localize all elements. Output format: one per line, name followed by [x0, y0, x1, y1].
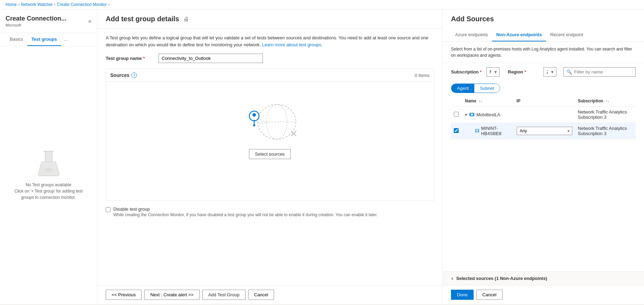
subscription-filter-row: Subscription * Network Traffic Analytics…: [443, 63, 644, 81]
row1-checkbox-cell: [451, 107, 462, 123]
sidebar-empty-state: No Test groups available Click on '+ Tes…: [0, 46, 97, 304]
endpoints-table-container: Name ↑↓ IP Subscription ↑↓: [443, 96, 644, 271]
selected-sources-label: Selected sources (1 Non-Azure endpoints): [456, 276, 547, 281]
row1-checkbox[interactable]: [454, 112, 459, 117]
sources-info-icon[interactable]: i: [131, 72, 137, 78]
sidebar-empty-text: No Test groups available Click on '+ Tes…: [14, 182, 82, 201]
beaker-icon: [35, 150, 63, 178]
sources-count: 0 Items: [414, 73, 429, 78]
row1-expand-icon[interactable]: ▾: [465, 112, 467, 117]
endpoint-tabs: Azure endpoints Non-Azure endpoints Rece…: [443, 29, 644, 42]
test-group-name-input[interactable]: [159, 54, 263, 63]
main-body: A Test group lets you define a logical g…: [97, 29, 442, 285]
sidebar-subtitle: Microsoft: [6, 23, 66, 27]
tab-recent-endpoint[interactable]: Recent endpoint: [546, 29, 587, 41]
sidebar-header: Create Connection... Microsoft «: [0, 9, 97, 33]
th-subscription[interactable]: Subscription ↑↓: [575, 96, 636, 107]
add-sources-cancel-button[interactable]: Cancel: [476, 290, 502, 300]
breadcrumb-home[interactable]: Home: [6, 2, 17, 7]
select-sources-button[interactable]: Select sources: [249, 149, 290, 159]
row2-ip-cell: Any ▾: [514, 123, 575, 139]
add-sources-panel: Add Sources Azure endpoints Non-Azure en…: [442, 9, 644, 304]
row1-name: MohittestLA: [476, 112, 500, 117]
tab-basics[interactable]: Basics: [6, 33, 27, 46]
globe-illustration: [239, 103, 301, 141]
cancel-button[interactable]: Cancel: [248, 290, 274, 300]
tab-non-azure-endpoints[interactable]: Non-Azure endpoints: [492, 29, 546, 41]
subscription-sort-icon: ↑↓: [606, 99, 609, 103]
row2-checkbox-cell: [451, 123, 462, 139]
row2-subscription-cell: Network Traffic Analytics Subscription 3: [575, 123, 636, 139]
svg-rect-0: [45, 151, 52, 162]
th-ip: IP: [514, 96, 575, 107]
test-group-name-row: Test group name *: [106, 54, 434, 63]
main-header: Add test group details 🖨: [97, 9, 442, 29]
add-sources-footer: Done Cancel: [443, 285, 644, 304]
print-icon[interactable]: 🖨: [183, 16, 189, 22]
row1-name-cell: ▾ MohittestLA: [462, 107, 514, 123]
sidebar-collapse-button[interactable]: «: [88, 18, 91, 24]
subscription-label: Subscription *: [451, 69, 482, 75]
row2-ip-dropdown[interactable]: Any: [517, 127, 572, 135]
add-sources-description: Select from a list of on-premises hosts …: [443, 42, 644, 63]
row2-name-cell: MININT-HB4SBE8: [462, 123, 514, 139]
sidebar-nav-tabs: Basics Test groups ...: [0, 33, 97, 46]
table-row: MININT-HB4SBE8 Any ▾ Network Traffic: [451, 123, 636, 139]
tab-test-groups[interactable]: Test groups: [27, 33, 61, 46]
main-content: Add test group details 🖨 A Test group le…: [97, 9, 442, 304]
selected-sources-chevron: ∧: [451, 276, 453, 280]
breadcrumb-network-watcher[interactable]: Network Watcher: [21, 2, 53, 7]
region-dropdown-wrapper: 22 selected ▾: [544, 67, 557, 77]
nav-more-button[interactable]: ...: [61, 33, 71, 46]
disable-test-group-row: Disable test group While creating the Co…: [106, 206, 434, 217]
page-title: Add test group details: [106, 15, 179, 23]
network-illustration: [239, 103, 301, 142]
add-sources-header: Add Sources: [443, 9, 644, 29]
table-row: ▾ MohittestLA Network Traffic Analytics …: [451, 107, 636, 123]
agent-subnet-toggle-row: Agent Subnet: [443, 81, 644, 96]
tab-azure-endpoints[interactable]: Azure endpoints: [451, 29, 492, 41]
next-button[interactable]: Next : Create alert >>: [144, 290, 199, 300]
subscription-dropdown-wrapper: Network Traffic Analytics Subscriptio...…: [486, 67, 500, 77]
footer-bar: << Previous Next : Create alert >> Add T…: [97, 285, 442, 304]
description-text: A Test group lets you define a logical g…: [106, 34, 434, 48]
region-dropdown[interactable]: 22 selected: [544, 67, 557, 77]
row1-ip-cell: [514, 107, 575, 123]
sources-header: Sources i 0 Items: [106, 69, 434, 82]
th-name[interactable]: Name ↑↓: [462, 96, 514, 107]
workspace-icon: [469, 111, 475, 118]
name-sort-icon: ↑↓: [479, 99, 482, 103]
th-checkbox: [451, 96, 462, 107]
agent-subnet-toggle: Agent Subnet: [451, 84, 500, 93]
sidebar: Create Connection... Microsoft « Basics …: [0, 9, 97, 304]
disable-test-group-checkbox[interactable]: [106, 207, 111, 212]
sources-empty-state: Select sources: [106, 82, 434, 180]
learn-more-link[interactable]: Learn more about test groups.: [262, 42, 322, 47]
subscription-dropdown[interactable]: Network Traffic Analytics Subscriptio...: [486, 67, 500, 77]
agent-toggle-button[interactable]: Agent: [451, 84, 474, 93]
table-header: Name ↑↓ IP Subscription ↑↓: [451, 96, 636, 107]
svg-point-13: [471, 114, 473, 116]
row2-checkbox[interactable]: [454, 128, 459, 133]
add-test-group-button[interactable]: Add Test Group: [202, 290, 245, 300]
svg-point-1: [45, 168, 53, 172]
table-body: ▾ MohittestLA Network Traffic Analytics …: [451, 107, 636, 139]
svg-point-15: [476, 130, 478, 131]
sources-panel: Sources i 0 Items: [106, 69, 434, 201]
svg-point-10: [253, 124, 255, 126]
test-group-name-label: Test group name *: [106, 56, 154, 61]
row1-subscription-cell: Network Traffic Analytics Subscription 3: [575, 107, 636, 123]
subnet-toggle-button[interactable]: Subnet: [474, 84, 500, 93]
done-button[interactable]: Done: [451, 290, 474, 300]
breadcrumb: Home › Network Watcher › Create Connecti…: [0, 0, 644, 9]
agent-icon: [475, 128, 480, 134]
previous-button[interactable]: << Previous: [106, 290, 142, 300]
search-icon: 🔍: [566, 69, 572, 75]
svg-point-9: [252, 113, 256, 117]
endpoints-table: Name ↑↓ IP Subscription ↑↓: [451, 96, 636, 139]
breadcrumb-create-connection-monitor[interactable]: Create Connection Monitor: [57, 2, 107, 7]
selected-sources-bar[interactable]: ∧ Selected sources (1 Non-Azure endpoint…: [443, 271, 644, 285]
search-input[interactable]: [574, 69, 633, 75]
sidebar-title: Create Connection...: [6, 15, 66, 22]
disable-test-group-description: While creating the Connection Monitor, i…: [113, 212, 378, 217]
